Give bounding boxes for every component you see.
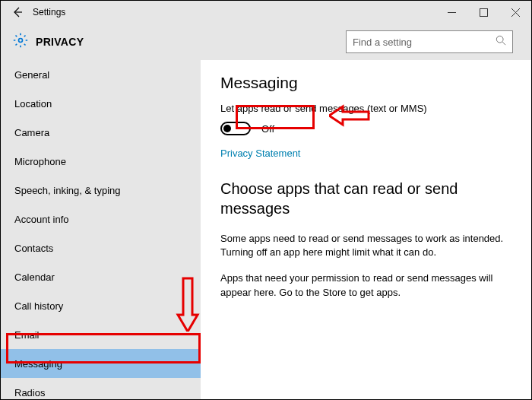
sidebar-item-label: Location — [14, 98, 52, 110]
svg-rect-1 — [480, 8, 487, 16]
toggle-description: Let apps read or send messages (text or … — [220, 103, 511, 114]
header-left: PRIVACY — [13, 33, 346, 51]
sidebar-item-label: Messaging — [14, 358, 62, 370]
toggle-knob — [223, 125, 231, 132]
header: PRIVACY — [1, 24, 531, 60]
main-panel: Messaging Let apps read or send messages… — [201, 60, 531, 399]
sidebar-item-label: Call history — [14, 300, 63, 312]
sub-heading: Choose apps that can read or send messag… — [220, 179, 511, 218]
back-button[interactable] — [10, 5, 25, 20]
privacy-statement-link[interactable]: Privacy Statement — [220, 148, 301, 159]
sidebar-item-label: Email — [14, 329, 40, 341]
sidebar: General Location Camera Microphone Speec… — [1, 60, 201, 399]
sidebar-item-label: Radios — [14, 387, 45, 398]
maximize-button[interactable] — [467, 1, 499, 24]
sidebar-item-label: General — [14, 69, 49, 81]
search-input[interactable] — [353, 37, 496, 48]
page-title: PRIVACY — [36, 36, 84, 48]
search-box[interactable] — [346, 30, 513, 53]
sidebar-item-label: Camera — [14, 127, 49, 138]
sidebar-item-email[interactable]: Email — [1, 320, 201, 349]
para-1: Some apps need to read or send messages … — [220, 232, 511, 259]
app-title: Settings — [33, 7, 65, 17]
sidebar-item-label: Microphone — [14, 156, 66, 167]
sidebar-item-radios[interactable]: Radios — [1, 378, 201, 399]
sidebar-item-location[interactable]: Location — [1, 89, 201, 118]
minimize-button[interactable] — [435, 1, 467, 24]
search-icon — [496, 35, 506, 49]
gear-icon — [13, 33, 28, 51]
window-controls — [435, 1, 531, 24]
sidebar-item-label: Calendar — [14, 271, 55, 283]
sidebar-item-contacts[interactable]: Contacts — [1, 233, 201, 262]
sidebar-item-messaging[interactable]: Messaging — [1, 349, 201, 378]
sidebar-item-speech[interactable]: Speech, inking, & typing — [1, 176, 201, 205]
messaging-toggle[interactable] — [220, 122, 251, 135]
para-2: Apps that need your permission to read o… — [220, 271, 511, 299]
svg-line-6 — [502, 42, 505, 45]
main-heading: Messaging — [220, 74, 511, 92]
sidebar-item-general[interactable]: General — [1, 60, 201, 89]
close-button[interactable] — [499, 1, 531, 24]
sidebar-item-label: Speech, inking, & typing — [14, 185, 120, 196]
svg-point-4 — [19, 39, 23, 43]
svg-point-5 — [496, 36, 503, 43]
sidebar-item-call-history[interactable]: Call history — [1, 291, 201, 320]
sidebar-item-microphone[interactable]: Microphone — [1, 147, 201, 176]
sidebar-item-label: Account info — [14, 214, 69, 225]
titlebar: Settings — [1, 1, 531, 24]
sidebar-item-calendar[interactable]: Calendar — [1, 262, 201, 291]
toggle-state-label: Off — [261, 123, 274, 135]
sidebar-item-camera[interactable]: Camera — [1, 118, 201, 147]
sidebar-item-account-info[interactable]: Account info — [1, 205, 201, 233]
titlebar-left: Settings — [1, 5, 435, 20]
content: General Location Camera Microphone Speec… — [1, 60, 531, 399]
toggle-row: Off — [220, 122, 511, 135]
sidebar-item-label: Contacts — [14, 243, 53, 254]
